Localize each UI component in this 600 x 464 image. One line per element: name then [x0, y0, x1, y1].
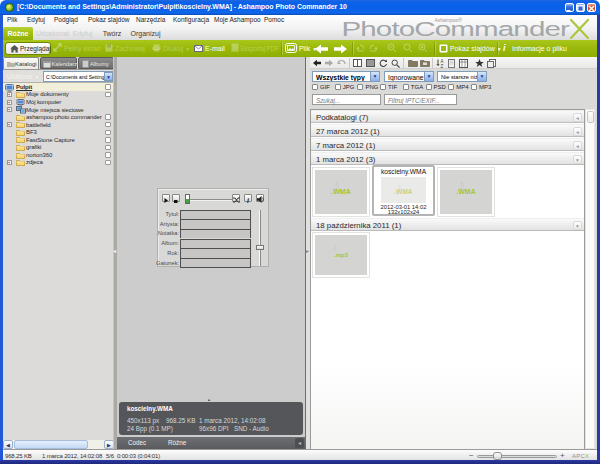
svg-text:Z: Z	[441, 64, 444, 69]
